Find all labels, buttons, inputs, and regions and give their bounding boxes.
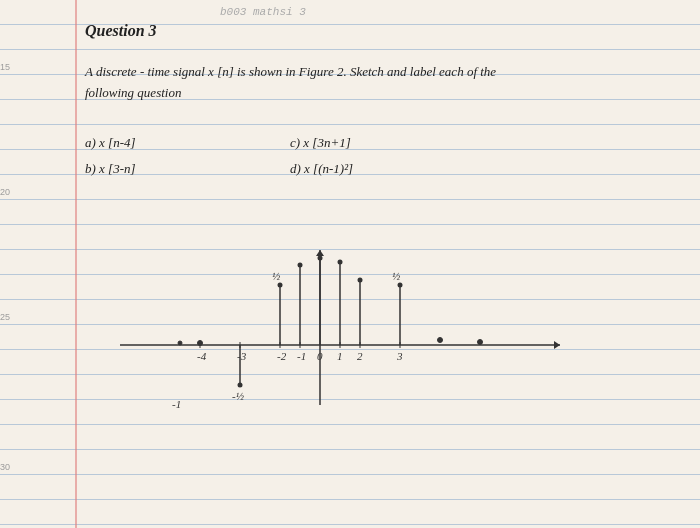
svg-point-25 bbox=[318, 256, 323, 261]
svg-text:½: ½ bbox=[272, 270, 280, 282]
part-d: d) x [(n-1)²] bbox=[290, 156, 353, 182]
page-header: b003 mathsi 3 bbox=[220, 6, 306, 18]
question-description: A discrete - time signal x [n] is shown … bbox=[85, 62, 685, 104]
svg-point-27 bbox=[338, 260, 343, 265]
line-num-15: 15 bbox=[0, 62, 10, 72]
parts-left: a) x [n-4] b) x [3-n] bbox=[85, 130, 136, 182]
svg-point-20 bbox=[278, 283, 283, 288]
svg-point-23 bbox=[298, 263, 303, 268]
part-c: c) x [3n+1] bbox=[290, 130, 353, 156]
line-num-30: 30 bbox=[0, 462, 10, 472]
svg-point-34 bbox=[478, 340, 483, 345]
graph-container: -4 -3 -2 -1 0 1 2 3 ½ bbox=[100, 230, 580, 430]
svg-text:0: 0 bbox=[317, 350, 323, 362]
notebook-page: b003 mathsi 3 15 20 25 30 Question 3 A d… bbox=[0, 0, 700, 528]
svg-text:-1: -1 bbox=[172, 398, 181, 410]
svg-text:3: 3 bbox=[396, 350, 403, 362]
svg-point-33 bbox=[438, 338, 443, 343]
margin-line bbox=[75, 0, 77, 528]
svg-point-35 bbox=[198, 341, 203, 346]
svg-point-31 bbox=[398, 283, 403, 288]
svg-text:-1: -1 bbox=[297, 350, 306, 362]
parts-right: c) x [3n+1] d) x [(n-1)²] bbox=[290, 130, 353, 182]
svg-text:½: ½ bbox=[392, 270, 400, 282]
svg-text:-½: -½ bbox=[232, 390, 244, 402]
line-num-25: 25 bbox=[0, 312, 10, 322]
signal-graph: -4 -3 -2 -1 0 1 2 3 ½ bbox=[100, 230, 580, 430]
svg-point-38 bbox=[238, 383, 243, 388]
svg-point-29 bbox=[358, 278, 363, 283]
part-a: a) x [n-4] bbox=[85, 130, 136, 156]
line-num-20: 20 bbox=[0, 187, 10, 197]
svg-point-36 bbox=[178, 341, 182, 345]
svg-text:-2: -2 bbox=[277, 350, 287, 362]
question-title: Question 3 bbox=[85, 22, 157, 40]
svg-marker-3 bbox=[316, 250, 324, 256]
svg-text:2: 2 bbox=[357, 350, 363, 362]
svg-marker-1 bbox=[554, 341, 560, 349]
svg-text:1: 1 bbox=[337, 350, 343, 362]
question-line1: A discrete - time signal x [n] is shown … bbox=[85, 64, 496, 79]
svg-text:-3: -3 bbox=[237, 350, 247, 362]
part-b: b) x [3-n] bbox=[85, 156, 136, 182]
question-line2: following question bbox=[85, 85, 181, 100]
svg-text:-4: -4 bbox=[197, 350, 207, 362]
